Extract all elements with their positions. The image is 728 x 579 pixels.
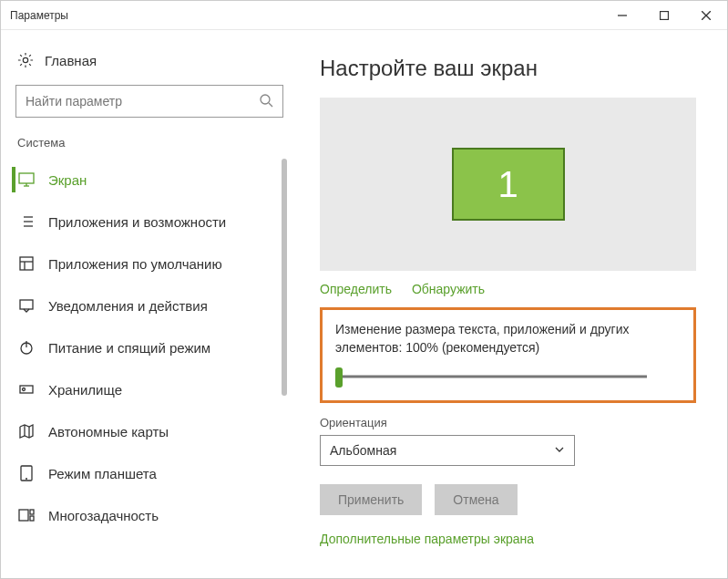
active-indicator [12,167,15,192]
scale-slider[interactable] [335,367,654,386]
close-button[interactable] [685,1,727,30]
svg-point-23 [23,388,26,391]
svg-rect-7 [19,173,34,183]
minimize-button[interactable] [601,1,643,30]
sidebar-item-label: Уведомления и действия [48,298,208,314]
svg-rect-30 [30,516,34,521]
sidebar-item-list[interactable]: Приложения и возможности [12,201,292,243]
sidebar-item-label: Приложения и возможности [48,214,226,230]
chevron-down-icon [554,443,565,458]
monitor-thumbnail[interactable]: 1 [452,148,565,221]
sidebar-item-tablet[interactable]: Режим планшета [12,452,292,494]
home-button[interactable]: Главная [12,47,292,81]
defaults-icon [17,254,36,273]
section-header: Система [12,132,292,159]
search-input[interactable] [26,94,259,109]
list-icon [17,212,36,231]
search-icon [259,93,273,110]
sidebar-item-label: Многозадачность [48,508,159,523]
home-label: Главная [45,53,97,68]
scale-section-highlighted: Изменение размера текста, приложений и д… [320,307,696,403]
main-content: Настройте ваш экран 1 Определить Обнаруж… [292,30,727,578]
multitask-icon [17,506,36,524]
sidebar-item-notify[interactable]: Уведомления и действия [12,284,292,326]
orientation-label: Ориентация [320,416,696,429]
svg-rect-19 [20,300,33,309]
sidebar-item-label: Режим планшета [48,466,157,481]
svg-rect-29 [30,510,34,514]
display-preview: 1 [320,98,696,271]
window-title: Параметры [10,9,601,22]
cancel-button[interactable]: Отмена [435,484,517,515]
tablet-icon [17,464,36,482]
sidebar-item-power[interactable]: Питание и спящий режим [12,326,292,368]
nav-list: ЭкранПриложения и возможностиПриложения … [12,159,292,578]
sidebar-item-label: Питание и спящий режим [48,340,210,356]
identify-link[interactable]: Определить [320,282,392,296]
sidebar-item-label: Приложения по умолчанию [48,256,222,272]
search-box[interactable] [15,85,283,118]
svg-rect-16 [20,257,33,270]
scale-label: Изменение размера текста, приложений и д… [335,321,681,357]
slider-track [343,376,647,378]
sidebar-item-label: Хранилище [48,382,122,398]
slider-thumb[interactable] [335,367,343,388]
sidebar-item-label: Автономные карты [48,424,169,439]
sidebar-item-storage[interactable]: Хранилище [12,368,292,410]
detect-link[interactable]: Обнаружить [412,282,485,296]
maximize-button[interactable] [643,1,685,30]
sidebar: Главная Система ЭкранПриложения и возмож… [1,30,292,578]
storage-icon [17,380,36,398]
monitor-number: 1 [497,164,518,205]
map-icon [17,422,36,440]
orientation-dropdown[interactable]: Альбомная [320,435,575,466]
svg-rect-28 [19,510,28,521]
sidebar-item-multitask[interactable]: Многозадачность [12,494,292,536]
titlebar: Параметры [1,1,727,30]
scrollbar-thumb[interactable] [282,159,287,396]
page-title: Настройте ваш экран [320,56,696,81]
monitor-icon [17,171,36,189]
sidebar-item-label: Экран [48,172,87,188]
power-icon [17,338,36,357]
svg-rect-1 [661,11,669,19]
sidebar-item-map[interactable]: Автономные карты [12,410,292,452]
sidebar-scrollbar[interactable] [282,159,287,578]
notify-icon [17,296,36,315]
orientation-value: Альбомная [330,443,396,458]
advanced-display-link[interactable]: Дополнительные параметры экрана [320,532,696,546]
svg-point-5 [261,95,270,104]
svg-point-4 [23,57,27,62]
gear-icon [17,52,34,68]
svg-line-6 [269,103,272,107]
sidebar-item-monitor[interactable]: Экран [12,159,292,201]
apply-button[interactable]: Применить [320,484,422,515]
sidebar-item-defaults[interactable]: Приложения по умолчанию [12,243,292,284]
